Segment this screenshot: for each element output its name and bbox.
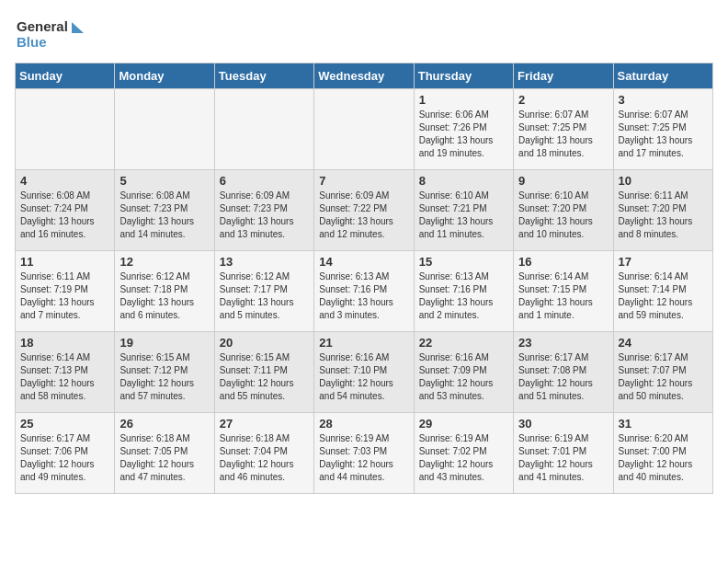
calendar-cell: 22Sunrise: 6:16 AM Sunset: 7:09 PM Dayli… bbox=[414, 332, 513, 413]
calendar-cell: 10Sunrise: 6:11 AM Sunset: 7:20 PM Dayli… bbox=[613, 170, 712, 251]
calendar-cell: 12Sunrise: 6:12 AM Sunset: 7:18 PM Dayli… bbox=[115, 251, 214, 332]
day-info: Sunrise: 6:18 AM Sunset: 7:04 PM Dayligh… bbox=[220, 432, 309, 484]
day-info: Sunrise: 6:09 AM Sunset: 7:22 PM Dayligh… bbox=[319, 190, 408, 241]
calendar-cell: 28Sunrise: 6:19 AM Sunset: 7:03 PM Dayli… bbox=[314, 413, 414, 494]
calendar-cell: 31Sunrise: 6:20 AM Sunset: 7:00 PM Dayli… bbox=[613, 413, 712, 494]
day-info: Sunrise: 6:06 AM Sunset: 7:26 PM Dayligh… bbox=[419, 109, 508, 160]
day-number: 24 bbox=[619, 336, 708, 350]
day-info: Sunrise: 6:16 AM Sunset: 7:10 PM Dayligh… bbox=[319, 351, 408, 403]
calendar-week-row: 4Sunrise: 6:08 AM Sunset: 7:24 PM Daylig… bbox=[16, 170, 713, 251]
calendar-cell: 18Sunrise: 6:14 AM Sunset: 7:13 PM Dayli… bbox=[16, 332, 115, 413]
calendar-cell bbox=[16, 89, 115, 170]
day-info: Sunrise: 6:12 AM Sunset: 7:18 PM Dayligh… bbox=[119, 270, 209, 322]
calendar-week-row: 25Sunrise: 6:17 AM Sunset: 7:06 PM Dayli… bbox=[16, 413, 713, 494]
calendar-cell: 14Sunrise: 6:13 AM Sunset: 7:16 PM Dayli… bbox=[314, 251, 414, 332]
calendar-cell: 9Sunrise: 6:10 AM Sunset: 7:20 PM Daylig… bbox=[514, 170, 613, 251]
day-number: 9 bbox=[518, 174, 608, 188]
calendar-cell: 15Sunrise: 6:13 AM Sunset: 7:16 PM Dayli… bbox=[414, 251, 513, 332]
day-info: Sunrise: 6:07 AM Sunset: 7:25 PM Dayligh… bbox=[619, 109, 708, 160]
header-saturday: Saturday bbox=[613, 63, 712, 89]
day-info: Sunrise: 6:17 AM Sunset: 7:08 PM Dayligh… bbox=[518, 351, 608, 403]
day-info: Sunrise: 6:07 AM Sunset: 7:25 PM Dayligh… bbox=[518, 109, 608, 160]
day-info: Sunrise: 6:11 AM Sunset: 7:20 PM Dayligh… bbox=[619, 190, 708, 241]
day-number: 12 bbox=[119, 255, 209, 269]
day-info: Sunrise: 6:19 AM Sunset: 7:03 PM Dayligh… bbox=[319, 432, 408, 484]
day-number: 25 bbox=[20, 417, 109, 431]
day-number: 6 bbox=[220, 174, 309, 188]
day-number: 22 bbox=[419, 336, 508, 350]
day-number: 23 bbox=[518, 336, 608, 350]
calendar-cell: 23Sunrise: 6:17 AM Sunset: 7:08 PM Dayli… bbox=[514, 332, 613, 413]
day-number: 13 bbox=[220, 255, 309, 269]
day-info: Sunrise: 6:19 AM Sunset: 7:02 PM Dayligh… bbox=[419, 432, 508, 484]
day-number: 4 bbox=[20, 174, 109, 188]
day-number: 2 bbox=[518, 93, 608, 107]
day-info: Sunrise: 6:10 AM Sunset: 7:21 PM Dayligh… bbox=[419, 190, 508, 241]
day-number: 15 bbox=[419, 255, 508, 269]
calendar-cell: 21Sunrise: 6:16 AM Sunset: 7:10 PM Dayli… bbox=[314, 332, 414, 413]
calendar-cell: 30Sunrise: 6:19 AM Sunset: 7:01 PM Dayli… bbox=[514, 413, 613, 494]
header-thursday: Thursday bbox=[414, 63, 513, 89]
day-info: Sunrise: 6:14 AM Sunset: 7:15 PM Dayligh… bbox=[518, 270, 608, 322]
header-friday: Friday bbox=[514, 63, 613, 89]
day-number: 11 bbox=[20, 255, 109, 269]
svg-text:Blue: Blue bbox=[17, 34, 47, 50]
calendar-cell: 16Sunrise: 6:14 AM Sunset: 7:15 PM Dayli… bbox=[514, 251, 613, 332]
day-number: 5 bbox=[119, 174, 209, 188]
day-info: Sunrise: 6:16 AM Sunset: 7:09 PM Dayligh… bbox=[419, 351, 508, 403]
day-number: 8 bbox=[419, 174, 508, 188]
day-info: Sunrise: 6:14 AM Sunset: 7:14 PM Dayligh… bbox=[619, 270, 708, 322]
calendar-header-row: SundayMondayTuesdayWednesdayThursdayFrid… bbox=[16, 63, 713, 89]
logo: GeneralBlue bbox=[15, 15, 92, 52]
day-info: Sunrise: 6:09 AM Sunset: 7:23 PM Dayligh… bbox=[220, 190, 309, 241]
day-number: 29 bbox=[419, 417, 508, 431]
day-info: Sunrise: 6:18 AM Sunset: 7:05 PM Dayligh… bbox=[119, 432, 209, 484]
calendar-cell: 4Sunrise: 6:08 AM Sunset: 7:24 PM Daylig… bbox=[16, 170, 115, 251]
calendar-cell: 26Sunrise: 6:18 AM Sunset: 7:05 PM Dayli… bbox=[115, 413, 214, 494]
calendar-cell: 17Sunrise: 6:14 AM Sunset: 7:14 PM Dayli… bbox=[613, 251, 712, 332]
day-info: Sunrise: 6:11 AM Sunset: 7:19 PM Dayligh… bbox=[20, 270, 109, 322]
day-info: Sunrise: 6:08 AM Sunset: 7:23 PM Dayligh… bbox=[119, 190, 209, 241]
day-info: Sunrise: 6:20 AM Sunset: 7:00 PM Dayligh… bbox=[619, 432, 708, 484]
page-header: GeneralBlue bbox=[15, 15, 713, 52]
calendar-cell: 27Sunrise: 6:18 AM Sunset: 7:04 PM Dayli… bbox=[214, 413, 313, 494]
day-number: 16 bbox=[518, 255, 608, 269]
day-info: Sunrise: 6:15 AM Sunset: 7:11 PM Dayligh… bbox=[220, 351, 309, 403]
calendar-cell: 8Sunrise: 6:10 AM Sunset: 7:21 PM Daylig… bbox=[414, 170, 513, 251]
calendar-cell: 20Sunrise: 6:15 AM Sunset: 7:11 PM Dayli… bbox=[214, 332, 313, 413]
day-number: 18 bbox=[20, 336, 109, 350]
calendar-cell: 11Sunrise: 6:11 AM Sunset: 7:19 PM Dayli… bbox=[16, 251, 115, 332]
calendar-cell: 13Sunrise: 6:12 AM Sunset: 7:17 PM Dayli… bbox=[214, 251, 313, 332]
day-number: 17 bbox=[619, 255, 708, 269]
day-number: 31 bbox=[619, 417, 708, 431]
calendar-cell: 19Sunrise: 6:15 AM Sunset: 7:12 PM Dayli… bbox=[115, 332, 214, 413]
calendar-cell: 3Sunrise: 6:07 AM Sunset: 7:25 PM Daylig… bbox=[613, 89, 712, 170]
day-number: 10 bbox=[619, 174, 708, 188]
day-number: 28 bbox=[319, 417, 408, 431]
calendar-cell: 1Sunrise: 6:06 AM Sunset: 7:26 PM Daylig… bbox=[414, 89, 513, 170]
header-sunday: Sunday bbox=[16, 63, 115, 89]
calendar-cell: 6Sunrise: 6:09 AM Sunset: 7:23 PM Daylig… bbox=[214, 170, 313, 251]
svg-text:General: General bbox=[17, 18, 68, 34]
day-info: Sunrise: 6:17 AM Sunset: 7:07 PM Dayligh… bbox=[619, 351, 708, 403]
calendar-week-row: 1Sunrise: 6:06 AM Sunset: 7:26 PM Daylig… bbox=[16, 89, 713, 170]
day-number: 7 bbox=[319, 174, 408, 188]
day-info: Sunrise: 6:15 AM Sunset: 7:12 PM Dayligh… bbox=[119, 351, 209, 403]
day-info: Sunrise: 6:17 AM Sunset: 7:06 PM Dayligh… bbox=[20, 432, 109, 484]
calendar-cell bbox=[115, 89, 214, 170]
day-info: Sunrise: 6:14 AM Sunset: 7:13 PM Dayligh… bbox=[20, 351, 109, 403]
day-number: 26 bbox=[119, 417, 209, 431]
calendar-week-row: 18Sunrise: 6:14 AM Sunset: 7:13 PM Dayli… bbox=[16, 332, 713, 413]
header-tuesday: Tuesday bbox=[214, 63, 313, 89]
calendar-week-row: 11Sunrise: 6:11 AM Sunset: 7:19 PM Dayli… bbox=[16, 251, 713, 332]
day-info: Sunrise: 6:13 AM Sunset: 7:16 PM Dayligh… bbox=[319, 270, 408, 322]
day-number: 3 bbox=[619, 93, 708, 107]
calendar-cell: 25Sunrise: 6:17 AM Sunset: 7:06 PM Dayli… bbox=[16, 413, 115, 494]
day-info: Sunrise: 6:10 AM Sunset: 7:20 PM Dayligh… bbox=[518, 190, 608, 241]
day-number: 27 bbox=[220, 417, 309, 431]
calendar-cell bbox=[214, 89, 313, 170]
day-number: 21 bbox=[319, 336, 408, 350]
header-wednesday: Wednesday bbox=[314, 63, 414, 89]
header-monday: Monday bbox=[115, 63, 214, 89]
calendar-cell bbox=[314, 89, 414, 170]
